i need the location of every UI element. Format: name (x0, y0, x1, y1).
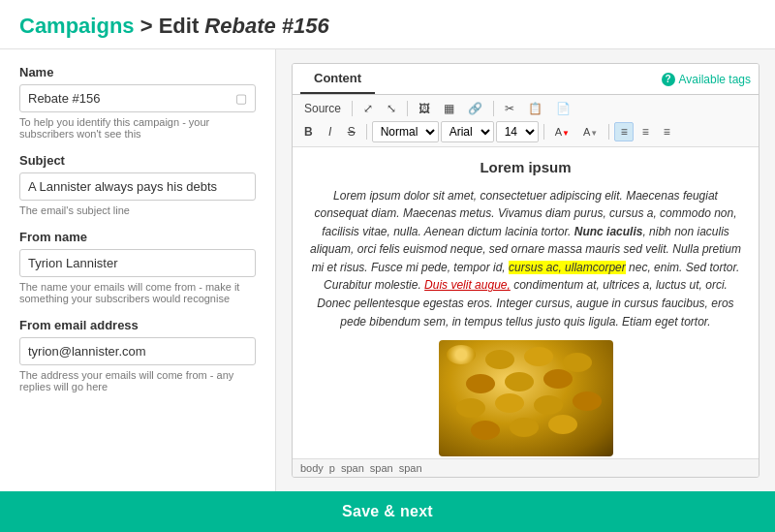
left-panel: Name ▢ To help you identify this campaig… (0, 49, 276, 491)
editor-content-title: Lorem ipsum (308, 157, 743, 179)
subject-input[interactable] (28, 179, 247, 194)
main-content: Name ▢ To help you identify this campaig… (0, 49, 775, 491)
name-label: Name (19, 65, 256, 79)
align-center-button[interactable]: ≡ (636, 122, 655, 141)
editor-content-body: Lorem ipsum dolor sit amet, consectetuer… (308, 187, 743, 457)
editor-container: Content ? Available tags Source ⤢ ⤡ 🖼 (292, 63, 760, 478)
from-name-label: From name (19, 230, 256, 244)
editor-intro: Lorem ipsum dolor sit amet, consectetuer… (310, 189, 741, 329)
link-button[interactable]: 🔗 (462, 99, 488, 118)
breadcrumb-separator: > (140, 14, 159, 38)
statusbar-body[interactable]: body (300, 462, 324, 474)
image-button[interactable]: 🖼 (413, 99, 436, 118)
edit-label: Edit Rebate #156 (159, 14, 329, 38)
statusbar-p[interactable]: p (329, 462, 335, 474)
font-color-button[interactable]: A▼ (549, 123, 575, 141)
statusbar-span2[interactable]: span (370, 462, 393, 474)
name-input-icon: ▢ (235, 91, 247, 106)
size-select[interactable]: 14 (496, 121, 539, 142)
strikethrough-button[interactable]: S (342, 122, 361, 141)
available-tags-label: Available tags (679, 73, 752, 86)
from-name-hint: The name your emails will come from - ma… (19, 281, 256, 304)
shrink-button[interactable]: ⤡ (381, 99, 402, 118)
subject-field-group: Subject The email's subject line (19, 153, 256, 216)
editor-toolbar: Source ⤢ ⤡ 🖼 ▦ 🔗 ✂ 📋 📄 B (293, 95, 759, 147)
align-left-button[interactable]: ≡ (614, 122, 634, 141)
toolbar-sep-4 (366, 124, 367, 140)
statusbar-span1[interactable]: span (341, 462, 364, 474)
red-underline-text: Duis velit augue, (424, 278, 511, 292)
from-email-label: From email address (19, 318, 256, 332)
paste-button[interactable]: 📄 (550, 99, 576, 118)
bold-button[interactable]: B (298, 122, 319, 141)
page-header: Campaigns > Edit Rebate #156 (0, 0, 775, 49)
align-right-button[interactable]: ≡ (657, 122, 676, 141)
toolbar-sep-1 (352, 101, 353, 116)
available-tags-button[interactable]: ? Available tags (662, 73, 752, 86)
save-next-button[interactable]: Save & next (342, 503, 433, 520)
source-button[interactable]: Source (298, 99, 347, 118)
from-name-input-wrapper[interactable] (19, 249, 256, 277)
subject-input-wrapper[interactable] (19, 172, 256, 201)
right-panel: Content ? Available tags Source ⤢ ⤡ 🖼 (276, 49, 775, 491)
subject-hint: The email's subject line (19, 204, 256, 216)
from-email-field-group: From email address The address your emai… (19, 318, 256, 392)
editor-body[interactable]: Lorem ipsum Lorem ipsum dolor sit amet, … (293, 147, 759, 458)
bold-text-1: Nunc iaculis (574, 225, 643, 238)
format-select[interactable]: Normal (372, 121, 439, 142)
from-name-input[interactable] (28, 256, 247, 270)
name-input[interactable] (28, 91, 232, 106)
cut-button[interactable]: ✂ (499, 99, 520, 118)
name-field-group: Name ▢ To help you identify this campaig… (19, 65, 256, 140)
campaign-title: Rebate #156 (204, 14, 328, 38)
toolbar-row-2: B I S Normal Arial 14 (298, 121, 753, 142)
highlighted-text: cursus ac, ullamcorper (509, 261, 626, 274)
name-hint: To help you identify this campaign - you… (19, 116, 256, 140)
tab-content[interactable]: Content (300, 64, 375, 94)
footer: Save & next (0, 491, 775, 532)
editor-tabs: Content ? Available tags (293, 64, 759, 95)
editor-statusbar: body p span span span (293, 458, 759, 477)
campaigns-link[interactable]: Campaigns (19, 14, 135, 38)
statusbar-span3[interactable]: span (399, 462, 422, 474)
toolbar-sep-3 (493, 101, 494, 116)
font-select[interactable]: Arial (441, 121, 494, 142)
table-button[interactable]: ▦ (438, 99, 460, 118)
from-email-input[interactable] (28, 344, 247, 359)
question-icon: ? (662, 73, 675, 86)
highlight-color-button[interactable]: A▼ (577, 123, 604, 141)
fullscreen-button[interactable]: ⤢ (357, 99, 379, 118)
italic-button[interactable]: I (321, 122, 340, 141)
from-name-field-group: From name The name your emails will come… (19, 230, 256, 304)
toolbar-sep-2 (407, 101, 408, 116)
from-email-hint: The address your emails will come from -… (19, 369, 256, 392)
toolbar-row-1: Source ⤢ ⤡ 🖼 ▦ 🔗 ✂ 📋 📄 (298, 99, 753, 118)
name-input-wrapper[interactable]: ▢ (19, 84, 256, 112)
from-email-input-wrapper[interactable] (19, 337, 256, 365)
coin-image (439, 340, 613, 456)
copy-button[interactable]: 📋 (522, 99, 548, 118)
toolbar-sep-6 (608, 124, 609, 140)
subject-label: Subject (19, 153, 256, 168)
toolbar-sep-5 (543, 124, 544, 140)
